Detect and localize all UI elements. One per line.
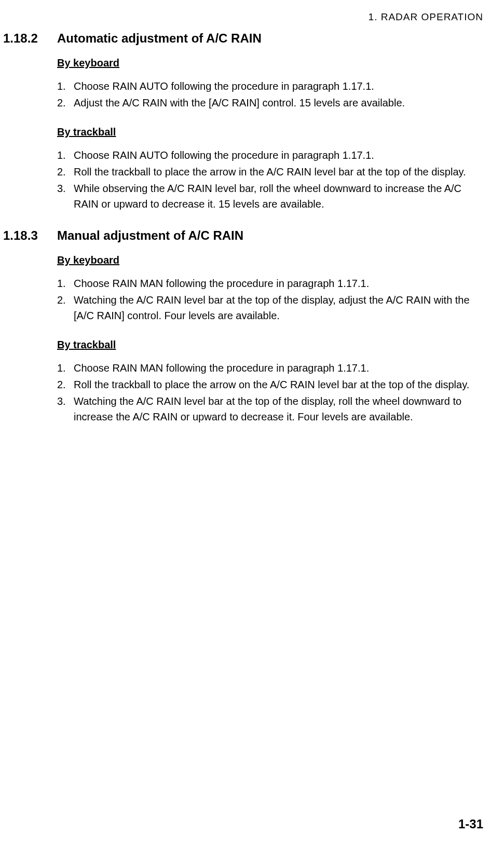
subsection-title: By trackball (57, 126, 483, 138)
list-text: Watching the A/C RAIN level bar at the t… (74, 292, 483, 323)
list-text: Roll the trackball to place the arrow in… (74, 164, 483, 180)
section-number: 1.18.2 (0, 31, 57, 46)
list-item: 2. Watching the A/C RAIN level bar at th… (57, 292, 483, 323)
list-item: 3. While observing the A/C RAIN level ba… (57, 181, 483, 212)
list-number: 1. (57, 78, 74, 94)
page-content: 1.18.2 Automatic adjustment of A/C RAIN … (0, 31, 483, 441)
subsection-by-keyboard: By keyboard 1. Choose RAIN MAN following… (57, 254, 483, 323)
ordered-list: 1. Choose RAIN MAN following the procedu… (57, 360, 483, 425)
list-item: 1. Choose RAIN MAN following the procedu… (57, 360, 483, 376)
list-item: 1. Choose RAIN MAN following the procedu… (57, 276, 483, 291)
subsection-by-keyboard: By keyboard 1. Choose RAIN AUTO followin… (57, 57, 483, 111)
chapter-label: 1. RADAR OPERATION (369, 11, 483, 22)
list-text: Roll the trackball to place the arrow on… (74, 377, 483, 392)
list-number: 2. (57, 377, 74, 392)
list-number: 3. (57, 393, 74, 425)
list-number: 2. (57, 292, 74, 323)
list-text: Watching the A/C RAIN level bar at the t… (74, 393, 483, 425)
section-1-18-2: 1.18.2 Automatic adjustment of A/C RAIN … (0, 31, 483, 212)
subsection-by-trackball: By trackball 1. Choose RAIN MAN followin… (57, 339, 483, 425)
section-title: Automatic adjustment of A/C RAIN (57, 31, 262, 46)
list-item: 1. Choose RAIN AUTO following the proced… (57, 78, 483, 94)
subsection-by-trackball: By trackball 1. Choose RAIN AUTO followi… (57, 126, 483, 212)
list-number: 2. (57, 164, 74, 180)
page-footer: 1-31 (458, 817, 483, 831)
subsection-title: By trackball (57, 339, 483, 351)
subsection-title: By keyboard (57, 57, 483, 69)
list-item: 2. Roll the trackball to place the arrow… (57, 377, 483, 392)
list-number: 1. (57, 360, 74, 376)
list-text: Choose RAIN AUTO following the procedure… (74, 147, 483, 163)
list-text: Choose RAIN AUTO following the procedure… (74, 78, 483, 94)
list-number: 1. (57, 276, 74, 291)
subsection-title: By keyboard (57, 254, 483, 266)
list-text: While observing the A/C RAIN level bar, … (74, 181, 483, 212)
list-text: Choose RAIN MAN following the procedure … (74, 276, 483, 291)
list-text: Adjust the A/C RAIN with the [A/C RAIN] … (74, 95, 483, 111)
list-number: 2. (57, 95, 74, 111)
list-item: 2. Roll the trackball to place the arrow… (57, 164, 483, 180)
section-number: 1.18.3 (0, 228, 57, 243)
list-item: 3. Watching the A/C RAIN level bar at th… (57, 393, 483, 425)
ordered-list: 1. Choose RAIN AUTO following the proced… (57, 78, 483, 111)
list-text: Choose RAIN MAN following the procedure … (74, 360, 483, 376)
page-header: 1. RADAR OPERATION (369, 11, 483, 23)
section-title: Manual adjustment of A/C RAIN (57, 228, 243, 243)
section-heading: 1.18.2 Automatic adjustment of A/C RAIN (0, 31, 483, 46)
page-number: 1-31 (458, 817, 483, 831)
list-number: 3. (57, 181, 74, 212)
section-heading: 1.18.3 Manual adjustment of A/C RAIN (0, 228, 483, 243)
ordered-list: 1. Choose RAIN MAN following the procedu… (57, 276, 483, 323)
section-1-18-3: 1.18.3 Manual adjustment of A/C RAIN By … (0, 228, 483, 425)
list-number: 1. (57, 147, 74, 163)
ordered-list: 1. Choose RAIN AUTO following the proced… (57, 147, 483, 212)
list-item: 2. Adjust the A/C RAIN with the [A/C RAI… (57, 95, 483, 111)
list-item: 1. Choose RAIN AUTO following the proced… (57, 147, 483, 163)
